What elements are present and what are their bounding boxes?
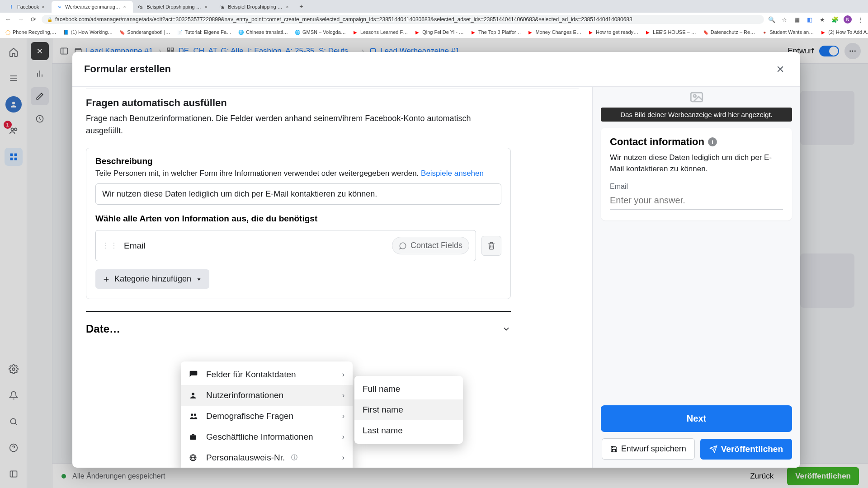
preview-next-button[interactable]: Next [601,405,792,432]
info-icon[interactable]: i [708,137,717,146]
image-tooltip: Das Bild deiner Werbeanzeige wird hier a… [601,108,792,122]
flyout-item-user-info[interactable]: Nutzerinformationen › [181,385,353,406]
flyout-option-last-name[interactable]: Last name [354,420,463,441]
bookmark-favicon: 🌐 [294,29,301,35]
youtube-icon: ▶ [588,29,594,35]
bookmark-item[interactable]: 📘(1) How Working… [63,29,113,35]
meta-icon: ∞ [56,4,62,10]
info-icon[interactable]: ⓘ [291,454,297,462]
close-icon[interactable]: × [204,4,210,9]
globe-icon [189,454,200,462]
flyout-item-demographic[interactable]: Demografische Fragen › [181,406,353,427]
tab-label: Werbeanzeigenmanager – We… [65,4,120,9]
modal-publish-button[interactable]: Veröffentlichen [700,439,792,460]
extension-icon[interactable]: ★ [818,15,826,23]
bookmark-item[interactable]: 🌐Chinese translati… [238,29,288,35]
star-icon[interactable]: ☆ [780,15,788,23]
bookmark-item[interactable]: 🔖Sonderangebot! |… [119,29,170,35]
chevron-right-icon: › [342,433,344,441]
youtube-icon: ▶ [414,29,420,35]
modal-title: Formular erstellen [84,63,171,75]
description-input[interactable] [95,183,501,205]
bookmark-item[interactable]: ▶(2) How To Add A… [820,29,868,35]
field-pill[interactable]: ⋮⋮ Email Contact Fields [95,230,476,261]
close-icon[interactable] [772,61,788,77]
modal-body: Fragen automatisch ausfüllen Frage nach … [72,86,800,468]
privacy-section-row[interactable]: Date… [86,311,511,335]
preview-email-label: Email [610,183,783,191]
extension-icon[interactable]: ▦ [793,15,801,23]
svg-rect-42 [691,93,703,102]
extension-icon[interactable]: ◧ [806,15,814,23]
drag-handle-icon[interactable]: ⋮⋮ [102,241,118,250]
bookmark-item[interactable]: ▶Money Changes E… [527,29,581,35]
bookmark-favicon: 📄 [177,29,183,35]
flyout-option-full-name[interactable]: Full name [354,379,463,399]
bookmarks-bar: ◯Phone Recycling,… 📘(1) How Working… 🔖So… [0,26,868,38]
search-icon[interactable]: 🔍 [768,15,776,23]
tab-label: Facebook [17,4,39,9]
bookmark-item[interactable]: 🔖Datenschutz – Re… [703,29,755,35]
puzzle-icon[interactable]: 🧩 [831,15,839,23]
flyout-option-first-name[interactable]: First name [354,399,463,420]
briefcase-icon [189,433,200,441]
browser-chrome: f Facebook × ∞ Werbeanzeigenmanager – We… [0,0,868,38]
youtube-icon: ▶ [352,29,359,35]
svg-point-35 [192,393,194,395]
chevron-right-icon: › [342,371,344,379]
browser-tab[interactable]: 🛍 Beispiel Dropshipping Store × [133,1,214,13]
preview-email-input[interactable] [610,192,783,210]
image-placeholder-icon [601,91,792,105]
flyout-item-business[interactable]: Geschäftliche Informationen › [181,427,353,447]
section-title: Fragen automatisch ausfüllen [86,97,579,109]
bookmark-favicon: 🔖 [703,29,709,35]
facebook-icon: f [8,4,14,10]
close-icon[interactable]: × [42,4,47,9]
bookmark-item[interactable]: ●Student Wants an… [761,29,814,35]
browser-tab[interactable]: ∞ Werbeanzeigenmanager – We… × [52,1,133,13]
contact-fields-chip[interactable]: Contact Fields [392,237,469,254]
bookmark-favicon: ◯ [5,29,11,35]
forward-icon[interactable]: → [16,16,25,23]
reload-icon[interactable]: ⟳ [29,16,38,23]
shop-icon: 🛍 [219,4,225,10]
browser-tab[interactable]: f Facebook × [4,1,52,13]
add-category-button[interactable]: Kategorie hinzufügen [95,269,209,289]
youtube-icon: ▶ [820,29,826,35]
save-draft-button[interactable]: Entwurf speichern [602,438,695,460]
svg-point-43 [693,94,696,97]
bookmark-item[interactable]: ◯Phone Recycling,… [5,29,57,35]
flyout-item-contact-fields[interactable]: Felder für Kontaktdaten › [181,364,353,385]
back-icon[interactable]: ← [4,16,13,23]
bookmark-item[interactable]: 📄Tutorial: Eigene Fa… [177,29,232,35]
new-tab-button[interactable]: + [296,3,307,10]
profile-avatar-icon[interactable]: N [844,15,852,23]
close-icon[interactable]: × [123,4,128,9]
create-form-modal: Formular erstellen Fragen automatisch au… [72,52,800,468]
url-input[interactable]: 🔒 facebook.com/adsmanager/manage/ads/edi… [42,15,764,24]
flyout-item-id[interactable]: Personalausweis-Nr. ⓘ › [181,447,353,468]
bookmark-item[interactable]: ▶LEE'S HOUSE – … [645,29,696,35]
close-icon[interactable]: × [286,4,291,9]
preview-card-title: Contact information i [610,136,783,148]
person-icon [189,391,200,399]
bookmark-favicon: 🔖 [119,29,125,35]
bookmark-item[interactable]: 🌐GMSN – Vologda… [294,29,346,35]
tab-label: Beispiel Dropshipping Store [228,4,283,9]
browser-tab[interactable]: 🛍 Beispiel Dropshipping Store × [214,1,296,13]
chevron-right-icon: › [342,391,344,399]
delete-field-button[interactable] [481,236,501,256]
examples-link[interactable]: Beispiele ansehen [421,169,484,178]
menu-icon[interactable]: ⋮ [856,15,864,23]
people-icon [189,412,200,421]
browser-toolbar-icons: 🔍 ☆ ▦ ◧ ★ 🧩 N ⋮ [768,15,864,23]
chat-icon [189,370,200,379]
bookmark-item[interactable]: ▶How to get ready… [588,29,638,35]
lock-icon: 🔒 [47,17,52,22]
bookmark-item[interactable]: ▶The Top 3 Platfor… [470,29,521,35]
chevron-right-icon: › [342,412,344,420]
description-text: Teile Personen mit, in welcher Form ihre… [95,169,501,178]
bookmark-item[interactable]: ▶Lessons Learned F… [352,29,408,35]
bookmark-item[interactable]: ▶Qing Fei De Yi - … [414,29,464,35]
shop-icon: 🛍 [137,4,144,10]
